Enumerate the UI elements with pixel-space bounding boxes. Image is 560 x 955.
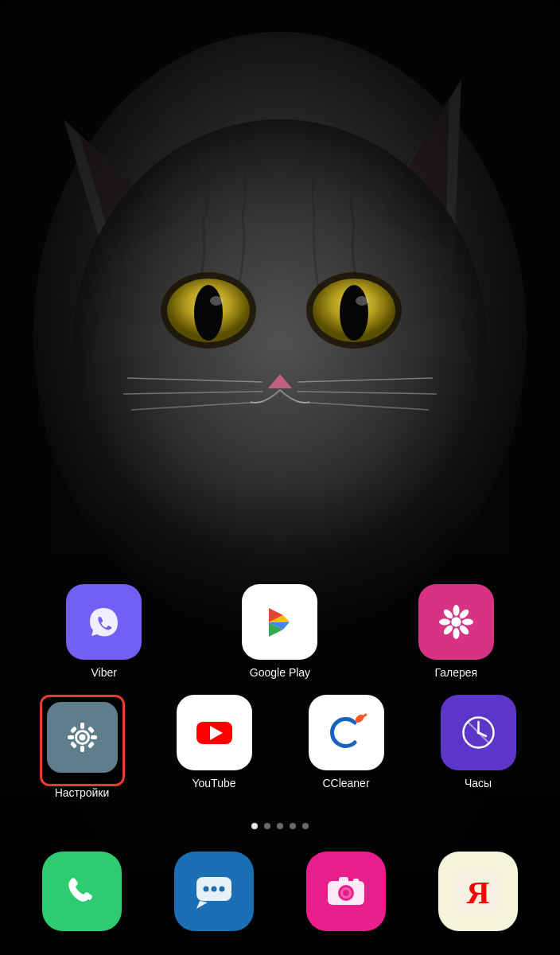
svg-point-31 bbox=[439, 619, 450, 626]
yandex-icon: Я bbox=[438, 852, 518, 931]
settings-highlight-border bbox=[40, 695, 125, 786]
svg-point-32 bbox=[462, 619, 473, 626]
page-dot-1[interactable] bbox=[251, 823, 258, 829]
svg-point-29 bbox=[453, 605, 459, 616]
svg-point-67 bbox=[220, 887, 225, 892]
viber-label: Viber bbox=[91, 666, 116, 679]
svg-point-30 bbox=[453, 628, 459, 639]
viber-icon bbox=[66, 584, 142, 660]
clock-icon bbox=[441, 695, 516, 770]
app-google-play[interactable]: Google Play bbox=[228, 584, 332, 679]
app-youtube[interactable]: YouTube bbox=[162, 695, 266, 799]
dock-phone[interactable] bbox=[42, 852, 122, 931]
app-settings[interactable]: Настройки bbox=[30, 695, 134, 799]
app-clock[interactable]: Часы bbox=[426, 695, 530, 799]
svg-rect-61 bbox=[58, 867, 106, 915]
svg-point-65 bbox=[204, 887, 209, 892]
dock-camera[interactable] bbox=[306, 852, 386, 931]
youtube-label: YouTube bbox=[192, 777, 235, 789]
google-play-icon bbox=[242, 584, 317, 660]
svg-rect-44 bbox=[91, 735, 97, 739]
gallery-label: Галерея bbox=[434, 666, 477, 679]
svg-rect-43 bbox=[68, 735, 74, 739]
youtube-icon bbox=[177, 695, 252, 770]
page-indicators bbox=[0, 823, 560, 829]
svg-text:Я: Я bbox=[467, 875, 490, 910]
svg-point-66 bbox=[212, 887, 217, 892]
dock-messages[interactable] bbox=[174, 852, 254, 931]
page-dot-4[interactable] bbox=[290, 823, 296, 829]
dock-yandex[interactable]: Я bbox=[438, 852, 518, 931]
dock: Я bbox=[0, 844, 560, 955]
svg-rect-73 bbox=[339, 877, 348, 883]
settings-icon bbox=[47, 702, 118, 773]
camera-icon bbox=[306, 852, 386, 931]
page-dot-3[interactable] bbox=[277, 823, 283, 829]
svg-rect-41 bbox=[80, 723, 84, 729]
google-play-label: Google Play bbox=[250, 666, 310, 679]
svg-rect-74 bbox=[353, 879, 359, 883]
page-dot-2[interactable] bbox=[264, 823, 270, 829]
page-dot-5[interactable] bbox=[302, 823, 309, 829]
app-grid: Viber Google Play bbox=[0, 584, 560, 823]
gallery-icon bbox=[418, 584, 494, 660]
app-row-2: Настройки YouTube bbox=[16, 695, 544, 799]
ccleaner-icon bbox=[309, 695, 384, 770]
svg-point-37 bbox=[451, 618, 461, 627]
phone-icon bbox=[42, 852, 122, 931]
clock-label: Часы bbox=[465, 777, 492, 789]
svg-point-40 bbox=[79, 735, 85, 741]
app-viber[interactable]: Viber bbox=[52, 584, 156, 679]
app-row-1: Viber Google Play bbox=[16, 584, 544, 679]
app-ccleaner[interactable]: CCleaner bbox=[294, 695, 398, 799]
ccleaner-label: CCleaner bbox=[322, 777, 369, 789]
app-gallery[interactable]: Галерея bbox=[404, 584, 508, 679]
svg-point-72 bbox=[343, 890, 349, 896]
svg-rect-42 bbox=[80, 746, 84, 752]
settings-label: Настройки bbox=[55, 786, 110, 799]
messages-icon bbox=[174, 852, 254, 931]
